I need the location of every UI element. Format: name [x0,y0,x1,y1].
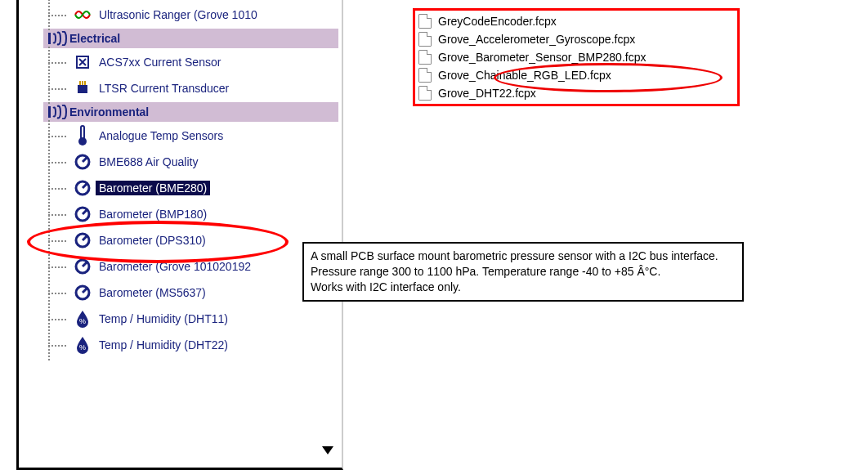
svg-line-20 [83,289,87,293]
signal-icon [47,104,69,120]
tree-connector [43,150,73,174]
category-environmental[interactable]: Environmental [43,102,338,122]
signal-icon [47,30,69,47]
file-name: Grove_Chainable_RGB_LED.fcpx [438,69,611,82]
gauge-icon [73,204,92,224]
gauge-icon [73,257,92,276]
file-item[interactable]: Grove_Chainable_RGB_LED.fcpx [418,66,734,84]
tooltip: A small PCB surface mount barometric pre… [302,242,744,302]
file-icon [418,32,432,47]
tree-item-bme280[interactable]: Barometer (BME280) [43,175,338,201]
svg-rect-0 [48,33,51,44]
svg-text:%: % [79,343,86,351]
tree-item-ltsr[interactable]: LTSR Current Transducer [43,75,338,101]
tree-item-bme688[interactable]: BME688 Air Quality [43,149,338,175]
category-label: Electrical [69,32,120,45]
humidity-icon: % [73,335,92,355]
scroll-down-arrow[interactable] [322,446,333,454]
tree-connector [43,2,73,27]
gauge-icon [73,178,92,198]
item-label: Temp / Humidity (DHT11) [96,311,231,326]
item-label: ACS7xx Current Sensor [96,55,224,69]
item-label: LTSR Current Transducer [96,81,232,96]
gauge-icon [73,283,92,302]
item-label: BME688 Air Quality [96,154,201,169]
gauge-icon [73,152,92,172]
file-item[interactable]: Grove_Accelerometer_Gyroscope.fcpx [418,30,734,48]
thermometer-icon [73,126,92,145]
file-name: Grove_Barometer_Sensor_BMP280.fcpx [438,51,646,64]
file-icon [418,86,432,101]
item-label: Barometer (DPS310) [96,233,209,248]
file-name: Grove_Accelerometer_Gyroscope.fcpx [438,33,635,46]
svg-line-10 [83,158,87,162]
tree-item-grove-baro[interactable]: Barometer (Grove 101020192 [43,253,338,280]
tree-item-bmp180[interactable]: Barometer (BMP180) [43,201,338,227]
tree-connector [43,176,73,200]
item-label: Barometer (BMP180) [96,207,210,222]
tree-item-dht11[interactable]: % Temp / Humidity (DHT11) [43,306,338,332]
tooltip-line: Pressure range 300 to 1100 hPa. Temperat… [311,264,736,280]
svg-point-8 [78,137,87,145]
file-item[interactable]: Grove_Barometer_Sensor_BMP280.fcpx [418,48,734,66]
file-name: Grove_DHT22.fcpx [438,87,536,100]
tree-item-ms5637[interactable]: Barometer (MS5637) [43,280,338,306]
file-icon [418,68,432,83]
file-icon [418,14,432,29]
tree-content: Ultrasonic Ranger (Grove 1010 Electrical… [19,0,342,360]
item-label-selected: Barometer (BME280) [96,181,210,195]
item-label: Analogue Temp Sensors [96,128,226,143]
tree-item-analogue-temp[interactable]: Analogue Temp Sensors [43,123,338,149]
category-electrical[interactable]: Electrical [43,29,338,48]
category-label: Environmental [69,105,149,119]
svg-line-12 [83,184,87,188]
tree-connector [43,307,73,331]
tree-connector [43,76,73,101]
tree-item-dht22[interactable]: % Temp / Humidity (DHT22) [43,332,338,358]
file-item-partial[interactable]: GreyCodeEncoder.fcpx [418,12,734,30]
tooltip-line: Works with I2C interface only. [311,280,736,295]
item-label: Barometer (Grove 101020192 [96,259,254,274]
item-label: Barometer (MS5637) [96,285,209,300]
ultrasonic-icon [73,5,92,25]
file-list-highlight: GreyCodeEncoder.fcpx Grove_Accelerometer… [413,8,740,106]
svg-text:%: % [79,317,86,325]
svg-rect-2 [78,85,87,93]
tree-connector [43,333,73,357]
humidity-icon: % [73,309,92,329]
x-sensor-icon [73,52,92,72]
tree-connector [43,280,73,305]
svg-line-18 [83,262,87,266]
tooltip-line: A small PCB surface mount barometric pre… [311,248,736,264]
tree-connector [43,254,73,279]
gauge-icon [73,231,92,250]
svg-rect-6 [48,106,51,118]
tree-item-ultrasonic[interactable]: Ultrasonic Ranger (Grove 1010 [43,2,338,28]
file-icon [418,50,432,65]
svg-line-14 [83,210,87,214]
tree-connector [43,202,73,226]
tree-item-dps310[interactable]: Barometer (DPS310) [43,227,338,253]
file-item[interactable]: Grove_DHT22.fcpx [418,84,734,102]
item-label: Temp / Humidity (DHT22) [96,338,231,352]
transducer-icon [73,78,92,98]
tree-connector [43,123,73,148]
tree-connector [43,228,73,253]
svg-rect-7 [81,126,84,139]
item-label: Ultrasonic Ranger (Grove 1010 [96,7,261,22]
tree-item-acs7xx[interactable]: ACS7xx Current Sensor [43,49,338,75]
tree-connector [43,50,73,74]
svg-line-16 [83,236,87,240]
file-name: GreyCodeEncoder.fcpx [438,15,557,28]
component-tree-panel: Ultrasonic Ranger (Grove 1010 Electrical… [16,0,343,470]
